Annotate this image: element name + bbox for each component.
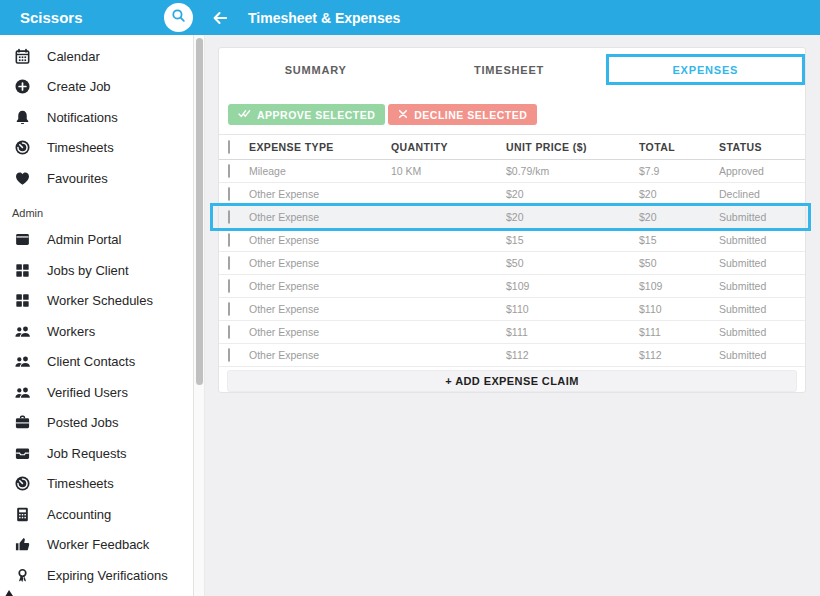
people-icon [12, 353, 32, 370]
badge-icon [12, 567, 32, 584]
bulk-actions: APPROVE SELECTED DECLINE SELECTED [228, 104, 805, 125]
main-content: SUMMARYTIMESHEETEXPENSES APPROVE SELECTE… [205, 35, 820, 596]
cell-expense-type: Other Expense [249, 303, 391, 315]
row-checkbox[interactable] [228, 187, 230, 201]
calculator-icon [12, 506, 32, 523]
sidebar-item-create-job[interactable]: Create Job [0, 72, 193, 103]
table-row[interactable]: Mileage 10 KM $0.79/km $7.9 Approved [219, 160, 805, 183]
cell-status: Declined [719, 188, 805, 200]
sidebar-item-timesheets[interactable]: Timesheets [0, 133, 193, 164]
cell-total: $15 [639, 234, 719, 246]
app-title: Scissors [20, 9, 83, 26]
row-checkbox[interactable] [228, 348, 230, 362]
vertical-scrollbar-track[interactable] [194, 35, 205, 596]
table-row[interactable]: Other Expense $50 $50 Submitted [219, 252, 805, 275]
tab-expenses[interactable]: EXPENSES [606, 54, 805, 85]
column-header-quantity: QUANTITY [391, 141, 506, 153]
sidebar-item-accounting[interactable]: Accounting [0, 499, 193, 530]
approve-selected-label: APPROVE SELECTED [257, 109, 375, 121]
column-header-total: TOTAL [639, 141, 719, 153]
table-row[interactable]: Other Expense $15 $15 Submitted [219, 229, 805, 252]
table-row[interactable]: Other Expense $112 $112 Submitted [219, 344, 805, 367]
sidebar-item-worker-schedules[interactable]: Worker Schedules [0, 286, 193, 317]
cell-expense-type: Other Expense [249, 234, 391, 246]
cell-unit-price: $20 [506, 188, 639, 200]
cell-unit-price: $110 [506, 303, 639, 315]
cell-total: $110 [639, 303, 719, 315]
expense-table: EXPENSE TYPE QUANTITY UNIT PRICE ($) TOT… [219, 134, 805, 392]
people-icon [12, 384, 32, 401]
cell-total: $7.9 [639, 165, 719, 177]
row-checkbox[interactable] [228, 325, 230, 339]
table-row-highlighted[interactable]: Other Expense $20 $20 Submitted [219, 206, 805, 229]
approve-selected-button[interactable]: APPROVE SELECTED [228, 104, 385, 125]
sidebar-nav-top: Calendar Create Job Notifications Timesh… [0, 35, 193, 194]
header-bar: Scissors Timesheet & Expenses [0, 0, 820, 35]
sidebar-item-timesheets[interactable]: Timesheets [0, 469, 193, 500]
cell-status: Submitted [719, 326, 805, 338]
table-row[interactable]: Other Expense $111 $111 Submitted [219, 321, 805, 344]
search-icon [170, 7, 187, 28]
x-icon [398, 109, 414, 121]
row-checkbox[interactable] [228, 256, 230, 270]
sidebar-item-admin-portal[interactable]: Admin Portal [0, 225, 193, 256]
grid-icon [12, 292, 32, 309]
sidebar-item-notifications[interactable]: Notifications [0, 102, 193, 133]
sidebar-item-posted-jobs[interactable]: Posted Jobs [0, 408, 193, 439]
sidebar-item-workers[interactable]: Workers [0, 316, 193, 347]
sidebar-item-favourites[interactable]: Favourites [0, 163, 193, 194]
decline-selected-button[interactable]: DECLINE SELECTED [388, 104, 537, 125]
cell-unit-price: $111 [506, 326, 639, 338]
cell-total: $111 [639, 326, 719, 338]
tab-timesheet[interactable]: TIMESHEET [412, 54, 605, 85]
people-icon [12, 323, 32, 340]
row-checkbox[interactable] [228, 302, 230, 316]
row-checkbox[interactable] [228, 164, 230, 178]
back-button[interactable] [211, 9, 229, 27]
tab-bar: SUMMARYTIMESHEETEXPENSES [219, 48, 805, 92]
cell-total: $20 [639, 211, 719, 223]
sidebar-item-expiring-verifications[interactable]: Expiring Verifications [0, 560, 193, 591]
table-row[interactable]: Other Expense $20 $20 Declined [219, 183, 805, 206]
sidebar-item-calendar[interactable]: Calendar [0, 41, 193, 72]
cell-expense-type: Other Expense [249, 349, 391, 361]
select-all-checkbox[interactable] [228, 140, 230, 154]
table-row[interactable]: Other Expense $110 $110 Submitted [219, 298, 805, 321]
row-checkbox[interactable] [228, 210, 230, 224]
cell-expense-type: Other Expense [249, 211, 391, 223]
inbox-icon [12, 445, 32, 462]
cell-unit-price: $15 [506, 234, 639, 246]
cell-status: Submitted [719, 280, 805, 292]
cell-total: $112 [639, 349, 719, 361]
timer-icon [12, 139, 32, 156]
cell-unit-price: $112 [506, 349, 639, 361]
add-expense-claim-button[interactable]: + ADD EXPENSE CLAIM [227, 370, 797, 392]
cell-expense-type: Other Expense [249, 188, 391, 200]
vertical-scrollbar-thumb[interactable] [196, 38, 203, 385]
heart-icon [12, 170, 32, 187]
sidebar-item-verified-users[interactable]: Verified Users [0, 377, 193, 408]
tab-summary[interactable]: SUMMARY [219, 54, 412, 85]
sidebar-item-job-requests[interactable]: Job Requests [0, 438, 193, 469]
row-checkbox[interactable] [228, 233, 230, 247]
sidebar-item-client-contacts[interactable]: Client Contacts [0, 347, 193, 378]
search-button[interactable] [164, 3, 193, 32]
cell-status: Submitted [719, 211, 805, 223]
cell-total: $20 [639, 188, 719, 200]
table-row[interactable]: Other Expense $109 $109 Submitted [219, 275, 805, 298]
table-header: EXPENSE TYPE QUANTITY UNIT PRICE ($) TOT… [219, 135, 805, 160]
column-header-expense-type: EXPENSE TYPE [249, 141, 391, 153]
cell-unit-price: $109 [506, 280, 639, 292]
cell-status: Submitted [719, 257, 805, 269]
partial-icon [1, 586, 19, 596]
sidebar-item-jobs-by-client[interactable]: Jobs by Client [0, 255, 193, 286]
sidebar-item-worker-feedback[interactable]: Worker Feedback [0, 530, 193, 561]
cell-unit-price: $50 [506, 257, 639, 269]
cell-total: $50 [639, 257, 719, 269]
briefcase-icon [12, 414, 32, 431]
sidebar: Calendar Create Job Notifications Timesh… [0, 35, 194, 596]
grid-icon [12, 262, 32, 279]
sidebar-nav-admin: Admin Portal Jobs by Client Worker Sched… [0, 225, 193, 591]
column-header-status: STATUS [719, 141, 805, 153]
row-checkbox[interactable] [228, 279, 230, 293]
